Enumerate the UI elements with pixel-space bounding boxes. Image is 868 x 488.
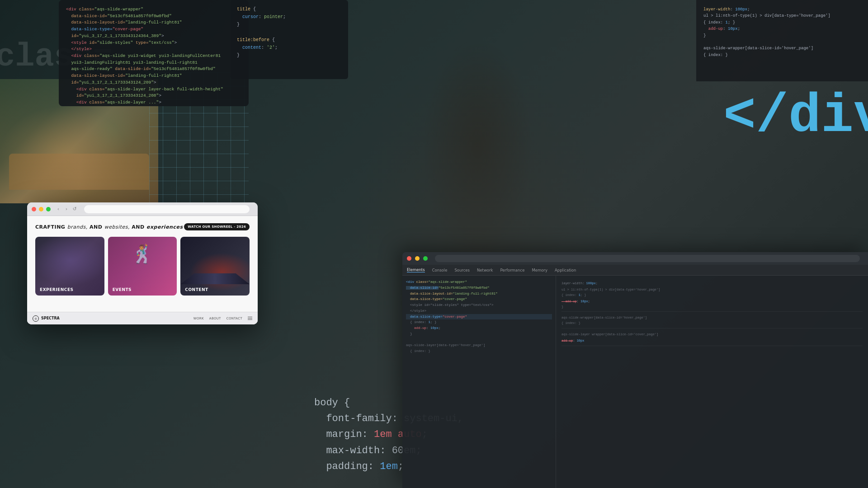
site-logo: ◎ SPECTRA bbox=[33, 315, 60, 322]
car-shape bbox=[180, 271, 250, 284]
watch-showreel-button[interactable]: WATCH OUR SHOWREEL - 2024 bbox=[184, 223, 250, 230]
code-panel-topright: layer-width: 100px; ul > li:nth-of-type(… bbox=[696, 0, 868, 81]
browser-addressbar[interactable] bbox=[84, 205, 250, 213]
devtools-panel: Elements Console Sources Network Perform… bbox=[402, 252, 868, 488]
devtools-body: <div class="aqs-slide-wrapper" data-slic… bbox=[402, 276, 868, 488]
content-card-label: CONTENT bbox=[185, 287, 208, 292]
experiences-card[interactable]: EXPERIENCES bbox=[35, 237, 104, 296]
events-card-label: EVENTS bbox=[113, 287, 132, 292]
browser-back-icon[interactable]: ‹ bbox=[55, 206, 61, 212]
nav-menu-icon[interactable] bbox=[248, 317, 252, 320]
browser-minimize-dot[interactable] bbox=[39, 207, 43, 211]
browser-titlebar: ‹ › ↺ bbox=[27, 202, 258, 216]
browser-content: CRAFTING brands, AND websites, AND exper… bbox=[27, 216, 258, 324]
room-furniture bbox=[9, 154, 149, 190]
logo-icon: ◎ bbox=[33, 315, 39, 322]
site-nav: WORK ABOUT CONTACT bbox=[193, 317, 252, 320]
devtools-styles-section2: aqs-slide-wrapper[data-slice-id='hover_p… bbox=[561, 314, 863, 328]
content-card[interactable]: CONTENT bbox=[180, 237, 250, 296]
devtools-tabs: Elements Console Sources Network Perform… bbox=[402, 265, 868, 276]
div-close-text: </div bbox=[723, 86, 868, 147]
devtools-tab-memory[interactable]: Memory bbox=[532, 268, 547, 272]
site-footer: ◎ SPECTRA WORK ABOUT CONTACT bbox=[27, 312, 258, 324]
devtools-tab-application[interactable]: Application bbox=[555, 268, 576, 272]
browser-close-dot[interactable] bbox=[32, 207, 36, 211]
devtools-styles-section1: layer-width: 100px; ul > li:nth-of-type(… bbox=[561, 279, 863, 312]
browser-window: ‹ › ↺ CRAFTING brands, AND websites, AND… bbox=[27, 202, 258, 324]
devtools-styles-section3: aqs-slide-layer wrapper[data-slice-id='c… bbox=[561, 330, 863, 346]
headline-brands: brands, bbox=[67, 224, 88, 230]
nav-about[interactable]: ABOUT bbox=[209, 317, 221, 320]
headline-and1: AND bbox=[88, 224, 104, 230]
events-card[interactable]: EVENTS bbox=[108, 237, 177, 296]
browser-nav-icons: ‹ › ↺ bbox=[55, 206, 78, 212]
devtools-tab-performance[interactable]: Performance bbox=[500, 268, 525, 272]
devtools-minimize-dot[interactable] bbox=[415, 256, 420, 261]
headline-experiences: experiences bbox=[146, 224, 183, 230]
devtools-close-dot[interactable] bbox=[407, 256, 411, 261]
devtools-right-panel: layer-width: 100px; ul > li:nth-of-type(… bbox=[556, 276, 868, 488]
nav-contact[interactable]: CONTACT bbox=[226, 317, 242, 320]
devtools-maximize-dot[interactable] bbox=[423, 256, 428, 261]
devtools-addressbar[interactable] bbox=[435, 255, 860, 262]
browser-maximize-dot[interactable] bbox=[46, 207, 51, 211]
devtools-tab-elements[interactable]: Elements bbox=[407, 267, 425, 272]
code-panel-topcenter: title { cursor: pointer; } title:before … bbox=[231, 0, 348, 79]
headline-websites: websites, bbox=[104, 224, 130, 230]
headline-text: CRAFTING brands, AND websites, AND exper… bbox=[35, 224, 183, 230]
devtools-tab-console[interactable]: Console bbox=[432, 268, 448, 272]
devtools-titlebar bbox=[402, 252, 868, 265]
logo-text: SPECTRA bbox=[41, 316, 60, 320]
devtools-tab-sources[interactable]: Sources bbox=[454, 268, 470, 272]
headline-crafting: CRAFTING bbox=[35, 224, 67, 230]
devtools-tab-network[interactable]: Network bbox=[477, 268, 493, 272]
site-headline: CRAFTING brands, AND websites, AND exper… bbox=[35, 223, 250, 230]
experiences-card-label: EXPERIENCES bbox=[40, 287, 74, 292]
browser-forward-icon[interactable]: › bbox=[63, 206, 70, 212]
code-panel-topleft: <div class="aqs-slide-wrapper" data-slic… bbox=[59, 0, 249, 106]
devtools-left-panel: <div class="aqs-slide-wrapper" data-slic… bbox=[402, 276, 556, 488]
site-cards: EXPERIENCES EVENTS CONTENT bbox=[35, 237, 250, 296]
browser-refresh-icon[interactable]: ↺ bbox=[71, 206, 78, 212]
nav-work[interactable]: WORK bbox=[193, 317, 204, 320]
